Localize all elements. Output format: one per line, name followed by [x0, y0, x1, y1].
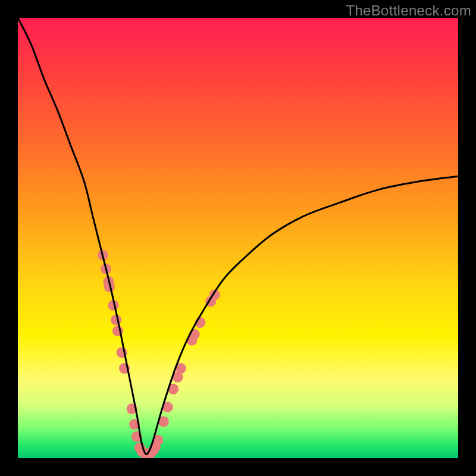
chart-frame: TheBottleneck.com	[0, 0, 476, 476]
marker-dots-group	[98, 250, 220, 458]
chart-svg	[18, 18, 458, 458]
bottleneck-curve	[18, 18, 458, 454]
marker-dot	[111, 315, 121, 325]
plot-area	[18, 18, 458, 458]
watermark-text: TheBottleneck.com	[346, 2, 471, 19]
